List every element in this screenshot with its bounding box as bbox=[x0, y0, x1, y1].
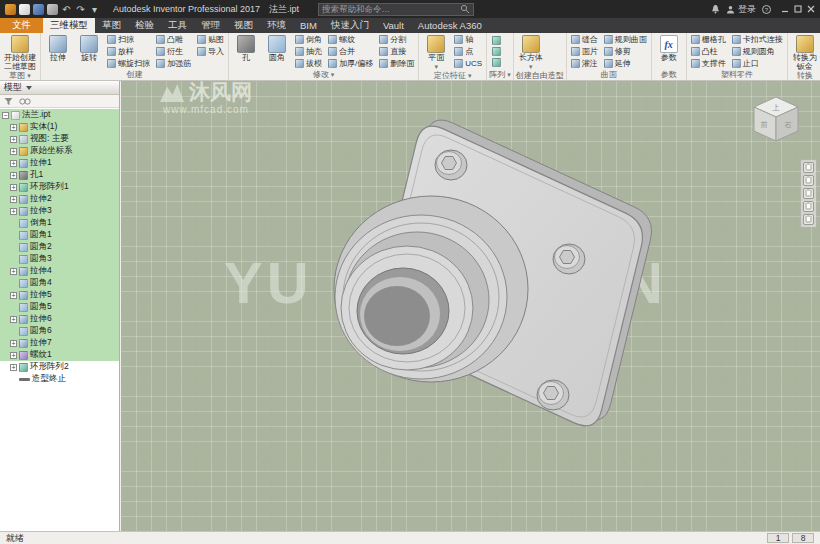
part-model[interactable] bbox=[301, 89, 661, 449]
tree-item[interactable]: 圆角2 bbox=[0, 241, 119, 253]
undo-icon[interactable]: ↶ bbox=[61, 4, 72, 15]
look-at-icon[interactable] bbox=[803, 214, 814, 225]
tree-item[interactable]: 圆角6 bbox=[0, 325, 119, 337]
ribbon-button-直接[interactable]: 直接 bbox=[377, 46, 416, 58]
tab-管理[interactable]: 管理 bbox=[194, 18, 227, 33]
minimize-button[interactable] bbox=[781, 5, 789, 13]
ribbon-button-延伸[interactable]: 延伸 bbox=[602, 57, 649, 69]
ribbon-button-拉伸[interactable]: 拉伸 bbox=[43, 34, 73, 69]
tab-环境[interactable]: 环境 bbox=[260, 18, 293, 33]
maximize-button[interactable] bbox=[794, 5, 802, 13]
ribbon-button-卡扣式连接[interactable]: 卡扣式连接 bbox=[730, 34, 785, 46]
redo-icon[interactable]: ↷ bbox=[75, 4, 86, 15]
expander-icon[interactable]: − bbox=[2, 112, 9, 119]
ribbon-button-面片[interactable]: 面片 bbox=[569, 46, 600, 58]
tab-Vault[interactable]: Vault bbox=[376, 18, 411, 33]
ribbon-button-支撑件[interactable]: 支撑件 bbox=[689, 57, 728, 69]
ribbon-button-点[interactable]: 点 bbox=[452, 46, 484, 58]
expander-icon[interactable]: + bbox=[10, 136, 17, 143]
tab-视图[interactable]: 视图 bbox=[227, 18, 260, 33]
ribbon-button-螺纹[interactable]: 螺纹 bbox=[326, 34, 375, 46]
ribbon-button-拔模[interactable]: 拔模 bbox=[293, 57, 324, 69]
ribbon-button-UCS[interactable]: UCS bbox=[452, 58, 484, 70]
ribbon-button-灌注[interactable]: 灌注 bbox=[569, 57, 600, 69]
expander-icon[interactable]: + bbox=[10, 352, 17, 359]
ribbon-button-规则曲面[interactable]: 规则曲面 bbox=[602, 34, 649, 46]
tab-工具[interactable]: 工具 bbox=[161, 18, 194, 33]
ribbon-button-孔[interactable]: 孔 bbox=[231, 34, 261, 69]
tree-item[interactable]: +原始坐标系 bbox=[0, 145, 119, 157]
ribbon-button-开始创建二维草图[interactable]: 开始创建 二维草图 bbox=[2, 34, 38, 70]
expander-icon[interactable]: + bbox=[10, 124, 17, 131]
tree-item[interactable]: 圆角3 bbox=[0, 253, 119, 265]
expander-icon[interactable]: + bbox=[10, 292, 17, 299]
tree-item[interactable]: +环形阵列2 bbox=[0, 361, 119, 373]
ribbon-button-轴[interactable]: 轴 bbox=[452, 34, 484, 46]
ribbon-button-修剪[interactable]: 修剪 bbox=[602, 46, 649, 58]
ribbon-button-旋转[interactable]: 旋转 bbox=[74, 34, 104, 69]
tree-item[interactable]: +螺纹1 bbox=[0, 349, 119, 361]
expander-icon[interactable]: + bbox=[10, 196, 17, 203]
ribbon-button-规则圆角[interactable]: 规则圆角 bbox=[730, 46, 785, 58]
tree-item[interactable]: +拉伸7 bbox=[0, 337, 119, 349]
ribbon-button-螺旋扫掠[interactable]: 螺旋扫掠 bbox=[105, 57, 152, 69]
expander-icon[interactable]: + bbox=[10, 160, 17, 167]
ribbon-button-分割[interactable]: 分割 bbox=[377, 34, 416, 46]
tree-item[interactable]: +视图: 主要 bbox=[0, 133, 119, 145]
help-search-box[interactable] bbox=[318, 3, 474, 16]
ribbon-button-加强筋[interactable]: 加强筋 bbox=[154, 57, 193, 69]
new-file-icon[interactable] bbox=[19, 4, 30, 15]
tree-item[interactable]: +拉伸5 bbox=[0, 289, 119, 301]
ribbon-button-贴图[interactable]: 贴图 bbox=[195, 34, 226, 46]
orbit-icon[interactable] bbox=[803, 201, 814, 212]
graphics-viewport[interactable]: YU N 沐风网 www.mfcad.com bbox=[121, 81, 820, 531]
ribbon-button-长方体[interactable]: 长方体▾ bbox=[516, 34, 546, 70]
ribbon-button-抽壳[interactable]: 抽壳 bbox=[293, 46, 324, 58]
tab-Autodesk A360[interactable]: Autodesk A360 bbox=[411, 18, 489, 33]
ribbon-group-label[interactable]: 草图▾ bbox=[2, 70, 38, 81]
ribbon-button-导入[interactable]: 导入 bbox=[195, 46, 226, 58]
sign-in-button[interactable]: 登录 bbox=[726, 3, 756, 16]
tree-item[interactable]: 圆角1 bbox=[0, 229, 119, 241]
ribbon-button-扫掠[interactable]: 扫掠 bbox=[105, 34, 152, 46]
inventor-logo[interactable] bbox=[5, 4, 16, 15]
ribbon-group-label[interactable]: 阵列▾ bbox=[489, 69, 511, 80]
circular-pattern-button[interactable] bbox=[489, 46, 504, 57]
ribbon-button-凸柱[interactable]: 凸柱 bbox=[689, 46, 728, 58]
expander-icon[interactable]: + bbox=[10, 184, 17, 191]
ribbon-button-加厚/偏移[interactable]: 加厚/偏移 bbox=[326, 57, 375, 69]
ribbon-group-label[interactable]: 修改▾ bbox=[231, 69, 416, 80]
ribbon-button-平面[interactable]: 平面▾ bbox=[421, 34, 451, 70]
ribbon-button-合并[interactable]: 合并 bbox=[326, 46, 375, 58]
qat-menu-caret-icon[interactable]: ▾ bbox=[89, 4, 100, 15]
file-menu-button[interactable]: 文件 bbox=[0, 18, 43, 33]
ribbon-button-栅格孔[interactable]: 栅格孔 bbox=[689, 34, 728, 46]
help-search-input[interactable] bbox=[322, 4, 460, 14]
tree-item[interactable]: +实体(1) bbox=[0, 121, 119, 133]
ribbon-button-圆角[interactable]: 圆角 bbox=[262, 34, 292, 69]
zoom-icon[interactable] bbox=[803, 188, 814, 199]
tab-三维模型[interactable]: 三维模型 bbox=[43, 18, 95, 33]
tab-BIM[interactable]: BIM bbox=[293, 18, 324, 33]
tab-检验[interactable]: 检验 bbox=[128, 18, 161, 33]
tab-草图[interactable]: 草图 bbox=[95, 18, 128, 33]
expander-icon[interactable]: + bbox=[10, 340, 17, 347]
ribbon-button-止口[interactable]: 止口 bbox=[730, 57, 785, 69]
tree-item[interactable]: +拉伸6 bbox=[0, 313, 119, 325]
tree-item[interactable]: +拉伸2 bbox=[0, 193, 119, 205]
tree-item[interactable]: 圆角4 bbox=[0, 277, 119, 289]
expander-icon[interactable]: + bbox=[10, 364, 17, 371]
ribbon-button-倒角[interactable]: 倒角 bbox=[293, 34, 324, 46]
tree-item[interactable]: +拉伸4 bbox=[0, 265, 119, 277]
tree-item[interactable]: 造型终止 bbox=[0, 373, 119, 385]
expander-icon[interactable]: + bbox=[10, 208, 17, 215]
view-cube[interactable]: 上 前 右 bbox=[748, 93, 804, 149]
expander-icon[interactable]: + bbox=[10, 172, 17, 179]
tree-item[interactable]: 圆角5 bbox=[0, 301, 119, 313]
tree-item[interactable]: +环形阵列1 bbox=[0, 181, 119, 193]
tree-item[interactable]: +孔1 bbox=[0, 169, 119, 181]
tab-快速入门[interactable]: 快速入门 bbox=[324, 18, 376, 33]
tree-item[interactable]: +拉伸1 bbox=[0, 157, 119, 169]
ribbon-button-删除面[interactable]: 删除面 bbox=[377, 57, 416, 69]
save-icon[interactable] bbox=[33, 4, 44, 15]
